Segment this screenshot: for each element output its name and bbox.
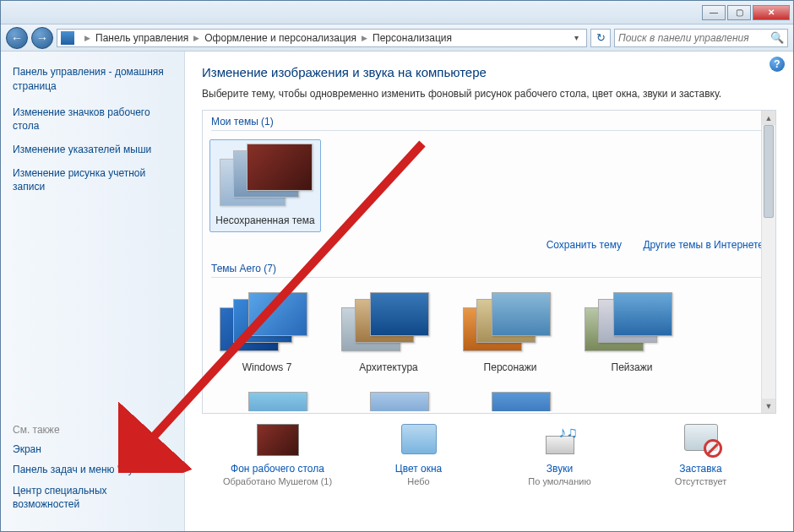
option-title: Цвет окна — [356, 463, 482, 475]
theme-thumbnail — [215, 144, 316, 209]
theme-thumbnail — [460, 392, 561, 411]
screensaver-icon — [680, 424, 722, 458]
aero-themes-row-partial — [203, 383, 775, 411]
option-subtitle: Небо — [356, 476, 482, 486]
back-button[interactable]: ← — [6, 27, 28, 49]
page-title: Изменение изображения и звука на компьют… — [202, 65, 776, 79]
see-also-accessibility[interactable]: Центр специальных возможностей — [13, 484, 172, 511]
control-panel-icon — [61, 31, 74, 45]
titlebar: — ▢ ✕ — [1, 1, 793, 24]
window-color-icon — [398, 424, 440, 458]
search-input[interactable] — [618, 32, 770, 44]
window-body: Панель управления - домашняя страница Из… — [1, 52, 793, 531]
sidebar-link-mouse-pointers[interactable]: Изменение указателей мыши — [13, 143, 172, 156]
theme-characters[interactable]: Персонажи — [453, 286, 568, 379]
see-also-taskbar[interactable]: Панель задач и меню "Пуск" — [13, 463, 172, 476]
theme-windows7[interactable]: Windows 7 — [209, 286, 324, 379]
sidebar-link-account-picture[interactable]: Изменение рисунка учетной записи — [13, 166, 172, 193]
sidebar-home-link[interactable]: Панель управления - домашняя страница — [13, 65, 172, 94]
more-themes-link[interactable]: Другие темы в Интернете — [643, 239, 764, 251]
theme-partial[interactable] — [453, 388, 568, 411]
aero-themes-heading: Темы Aero (7) — [203, 258, 775, 281]
sidebar: Панель управления - домашняя страница Из… — [1, 52, 185, 531]
theme-label: Windows 7 — [212, 361, 322, 373]
personalization-options: Фон рабочего стола Обработано Мушегом (1… — [202, 414, 776, 486]
desktop-background-option[interactable]: Фон рабочего стола Обработано Мушегом (1… — [215, 424, 341, 486]
help-icon[interactable]: ? — [770, 57, 785, 72]
option-subtitle: По умолчанию — [497, 476, 623, 486]
option-title: Заставка — [638, 463, 764, 475]
see-also-heading: См. также — [13, 424, 172, 436]
refresh-button[interactable]: ↻ — [590, 29, 611, 47]
theme-thumbnail — [338, 290, 439, 356]
theme-actions: Сохранить тему Другие темы в Интернете — [203, 236, 775, 258]
theme-thumbnail — [338, 392, 439, 411]
wallpaper-icon — [257, 424, 299, 458]
vertical-scrollbar[interactable]: ▲ ▼ — [761, 111, 775, 413]
sounds-option[interactable]: ♪♫ Звуки По умолчанию — [497, 424, 623, 486]
theme-partial[interactable] — [209, 388, 324, 411]
scroll-up-icon[interactable]: ▲ — [762, 111, 775, 125]
theme-thumbnail — [460, 290, 561, 356]
theme-landscapes[interactable]: Пейзажи — [574, 286, 689, 379]
breadcrumb-item[interactable]: Панель управления — [95, 32, 188, 44]
screensaver-option[interactable]: Заставка Отсутствует — [638, 424, 764, 486]
option-title: Звуки — [497, 463, 623, 475]
theme-thumbnail — [581, 290, 683, 356]
sounds-icon: ♪♫ — [539, 424, 581, 458]
my-themes-heading: Мои темы (1) — [203, 111, 775, 134]
theme-thumbnail — [216, 290, 318, 356]
page-description: Выберите тему, чтобы одновременно измени… — [202, 88, 776, 100]
theme-label: Несохраненная тема — [212, 214, 318, 226]
save-theme-link[interactable]: Сохранить тему — [547, 239, 622, 251]
chevron-right-icon: ▶ — [362, 34, 367, 42]
address-bar: ← → ▶ Панель управления ▶ Оформление и п… — [1, 24, 793, 52]
themes-container: ▲ ▼ Мои темы (1) Несохраненная тема Сохр… — [202, 110, 776, 414]
option-title: Фон рабочего стола — [215, 463, 341, 475]
scroll-down-icon[interactable]: ▼ — [762, 399, 775, 413]
theme-thumbnail — [216, 392, 318, 411]
search-box[interactable]: 🔍 — [614, 29, 788, 47]
theme-partial[interactable] — [331, 388, 446, 411]
window-color-option[interactable]: Цвет окна Небо — [356, 424, 482, 486]
breadcrumb-item[interactable]: Персонализация — [373, 32, 452, 44]
option-subtitle: Обработано Мушегом (1) — [215, 476, 341, 486]
aero-themes-row: Windows 7 Архитектура Персонажи Пейзажи — [203, 281, 775, 383]
option-subtitle: Отсутствует — [638, 476, 764, 486]
maximize-button[interactable]: ▢ — [727, 5, 751, 20]
theme-architecture[interactable]: Архитектура — [331, 286, 446, 379]
main-pane: ? Изменение изображения и звука на компь… — [185, 52, 793, 531]
close-button[interactable]: ✕ — [753, 5, 790, 20]
theme-unsaved[interactable]: Несохраненная тема — [209, 139, 321, 232]
sidebar-link-desktop-icons[interactable]: Изменение значков рабочего стола — [13, 106, 172, 133]
my-themes-row: Несохраненная тема — [203, 134, 775, 236]
search-icon[interactable]: 🔍 — [770, 31, 784, 44]
breadcrumb[interactable]: ▶ Панель управления ▶ Оформление и персо… — [57, 29, 587, 47]
theme-label: Архитектура — [334, 361, 443, 373]
see-also-display[interactable]: Экран — [13, 442, 172, 456]
scroll-thumb[interactable] — [764, 125, 774, 218]
chevron-right-icon: ▶ — [193, 34, 199, 42]
forward-button[interactable]: → — [31, 27, 53, 49]
chevron-right-icon: ▶ — [84, 34, 90, 42]
breadcrumb-dropdown[interactable]: ▾ — [569, 33, 583, 42]
theme-label: Пейзажи — [577, 361, 687, 373]
breadcrumb-item[interactable]: Оформление и персонализация — [204, 32, 356, 44]
minimize-button[interactable]: — — [702, 5, 726, 20]
theme-label: Персонажи — [455, 361, 565, 373]
personalization-window: — ▢ ✕ ← → ▶ Панель управления ▶ Оформлен… — [0, 0, 794, 532]
